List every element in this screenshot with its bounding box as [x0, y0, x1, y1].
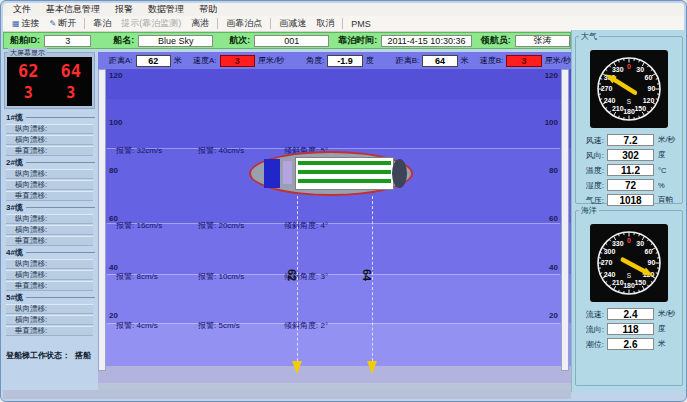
speed-a-unit: 厘米/秒 — [258, 55, 284, 66]
down-arrow-b-icon — [367, 361, 377, 374]
toolbar-separator — [217, 18, 218, 29]
tide-level-row: 潮位:2.6米 — [578, 337, 680, 351]
list-item[interactable]: 纵向漂移: — [6, 169, 93, 179]
list-item[interactable]: 纵向漂移: — [6, 124, 93, 134]
ship-name-field[interactable]: Blue Sky — [138, 35, 213, 47]
draw-berth-point-button[interactable]: 画靠泊点 — [221, 16, 267, 31]
distance-marker-b: 64 — [361, 269, 373, 281]
svg-text:60: 60 — [645, 248, 653, 255]
atmosphere-group: 大气 0306090120150180210240270300330S 风速:7… — [575, 36, 683, 204]
distance-band — [98, 99, 571, 148]
distance-b-unit: 米 — [461, 55, 469, 66]
list-item[interactable]: 纵向漂移: — [6, 304, 93, 314]
svg-text:30: 30 — [636, 240, 644, 247]
menu-alarm[interactable]: 报警 — [115, 3, 133, 16]
voyage-label: 航次: — [229, 34, 250, 47]
wind-direction-value: 302 — [607, 149, 654, 161]
tide-level-value: 2.6 — [607, 338, 654, 350]
big-screen: 62 64 3 3 — [7, 57, 92, 106]
ship-info-bar: 船舶ID: 3 船名: Blue Sky 航次: 001 靠泊时间: 2011-… — [3, 32, 571, 49]
wind-speed-row: 风速:7.2米/秒 — [578, 133, 680, 147]
cargo-hatch-stripes — [298, 161, 391, 186]
menu-file[interactable]: 文件 — [13, 3, 31, 16]
svg-text:210: 210 — [612, 279, 624, 286]
pms-button[interactable]: PMS — [346, 18, 376, 30]
gangway-status: 登船梯工作状态： 搭船 — [4, 348, 95, 363]
alarm-row: 报警: 8cm/s报警: 10cm/s倾斜角度: 3° — [98, 271, 571, 281]
temperature-row: 温度:11.2°C — [578, 163, 680, 177]
berth-time-label: 靠泊时间: — [338, 34, 377, 47]
disconnect-button[interactable]: ✎断开 — [45, 16, 82, 31]
svg-text:30: 30 — [636, 66, 644, 73]
list-item[interactable]: 横向漂移: — [6, 180, 93, 190]
alarm-row: 报警: 16cm/s报警: 20cm/s倾斜角度: 4° — [98, 220, 571, 230]
wind-speed-value: 7.2 — [607, 134, 654, 146]
dock-strip — [98, 366, 571, 383]
cable-group-2-header: 2#缆 — [4, 157, 95, 168]
menu-basic-info[interactable]: 基本信息管理 — [46, 3, 100, 16]
ocean-group: 海洋 0306090120150180210240270300330S 流速:2… — [575, 210, 683, 386]
ship-bow-hatch — [264, 159, 280, 188]
svg-text:270: 270 — [601, 85, 613, 92]
list-item[interactable]: 横向漂移: — [6, 270, 93, 280]
speed-b-label: 速度B: — [480, 55, 504, 66]
list-item[interactable]: 垂直漂移: — [6, 281, 93, 291]
svg-text:S: S — [627, 98, 632, 105]
big-distance-b: 64 — [61, 61, 81, 81]
list-item[interactable]: 纵向漂移: — [6, 259, 93, 269]
big-screen-display-group: 大屏幕显示 62 64 3 3 — [4, 52, 95, 109]
metric-bar: 距离A: 62 米 速度A: 3 厘米/秒 角度: -1.9 度 距离B: 64… — [98, 52, 571, 69]
axis-tick: 20 — [109, 311, 118, 320]
svg-text:330: 330 — [612, 240, 624, 247]
svg-text:90: 90 — [648, 259, 656, 266]
svg-text:60: 60 — [645, 74, 653, 81]
current-direction-value: 118 — [607, 323, 654, 335]
cancel-button[interactable]: 取消 — [311, 16, 339, 31]
ocean-title: 海洋 — [579, 205, 599, 216]
list-item[interactable]: 横向漂移: — [6, 315, 93, 325]
menu-data-mgmt[interactable]: 数据管理 — [148, 3, 184, 16]
ship-name-label: 船名: — [113, 34, 134, 47]
current-speed-value: 2.4 — [607, 308, 654, 320]
berthing-chart: 120 100 80 60 40 20 120 100 80 60 40 20 … — [98, 69, 571, 391]
voyage-field[interactable]: 001 — [254, 35, 329, 47]
temperature-value: 11.2 — [607, 164, 654, 176]
distance-a-label: 距离A: — [109, 55, 133, 66]
ship-mid-hatch — [283, 161, 292, 184]
list-item[interactable]: 垂直漂移: — [6, 146, 93, 156]
connect-icon: ▦ — [12, 19, 20, 28]
svg-text:150: 150 — [634, 279, 646, 286]
axis-tick: 80 — [549, 166, 558, 175]
connect-button[interactable]: ▦连接 — [7, 16, 45, 31]
wind-compass-gauge: 0306090120150180210240270300330S — [590, 50, 668, 132]
axis-tick: 80 — [109, 166, 118, 175]
ship-cargo-deck — [295, 157, 394, 190]
speed-b-value: 3 — [506, 55, 541, 67]
menu-bar: 文件 基本信息管理 报警 数据管理 帮助 — [3, 3, 684, 16]
list-item[interactable]: 垂直漂移: — [6, 191, 93, 201]
ship-id-field[interactable]: 3 — [44, 35, 91, 47]
ship-top-view — [249, 151, 413, 196]
list-item[interactable]: 横向漂移: — [6, 225, 93, 235]
list-item[interactable]: 垂直漂移: — [6, 236, 93, 246]
humidity-value: 72 — [607, 179, 654, 191]
angle-unit: 度 — [366, 55, 374, 66]
list-item[interactable]: 横向漂移: — [6, 135, 93, 145]
distance-b-label: 距离B: — [396, 55, 420, 66]
list-item[interactable]: 垂直漂移: — [6, 326, 93, 336]
berth-time-field[interactable]: 2011-4-15 10:30:36 — [381, 35, 472, 47]
wind-direction-row: 风向:302度 — [578, 148, 680, 162]
berth-button[interactable]: 靠泊 — [88, 16, 116, 31]
angle-label: 角度: — [306, 55, 324, 66]
distance-marker-a: 62 — [286, 269, 298, 281]
environment-panel: 大气 0306090120150180210240270300330S 风速:7… — [571, 30, 686, 392]
svg-text:150: 150 — [634, 105, 646, 112]
pilot-field[interactable]: 张涛 — [515, 35, 570, 47]
app-window: 文件 基本信息管理 报警 数据管理 帮助 ▦连接 ✎断开 靠泊 提示(靠泊监测)… — [0, 0, 687, 402]
atmosphere-title: 大气 — [579, 31, 599, 42]
menu-help[interactable]: 帮助 — [199, 3, 217, 16]
cable-group-4-header: 4#缆 — [4, 247, 95, 258]
list-item[interactable]: 纵向漂移: — [6, 214, 93, 224]
depart-button[interactable]: 离港 — [186, 16, 214, 31]
draw-decel-button[interactable]: 画减速 — [274, 16, 311, 31]
